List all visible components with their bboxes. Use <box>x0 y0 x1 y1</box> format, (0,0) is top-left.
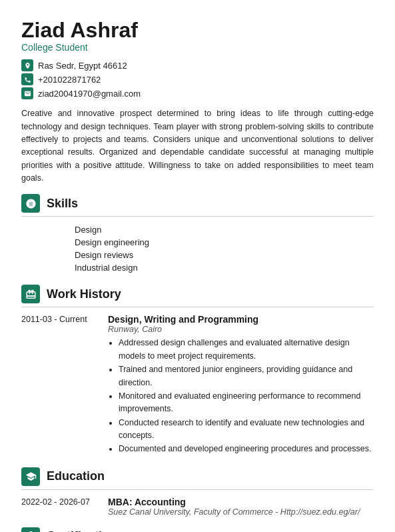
email-icon <box>21 87 33 99</box>
candidate-name: Ziad Ashraf <box>21 19 374 42</box>
work-icon <box>21 285 40 303</box>
work-bullets: Addressed design challenges and evaluate… <box>108 337 374 455</box>
certifications-section: Certifications 2023-01 Certificate in th… <box>21 527 374 532</box>
work-company: Runway, Cairo <box>108 325 374 334</box>
edu-school: Suez Canal University, Faculty of Commer… <box>108 507 374 517</box>
skill-item: Industrial design <box>75 261 374 274</box>
skills-icon <box>21 194 40 213</box>
work-entry: 2011-03 - Current Design, Writing and Pr… <box>21 314 374 456</box>
contact-section: Ras Sedr, Egypt 46612 +201022871762 ziad… <box>21 59 374 99</box>
contact-location: Ras Sedr, Egypt 46612 <box>21 59 374 71</box>
contact-phone-text: +201022871762 <box>38 75 101 85</box>
education-section: Education 2022-02 - 2026-07 MBA: Account… <box>21 467 374 517</box>
skill-item: Design <box>75 223 374 236</box>
skill-item: Design engineering <box>75 236 374 249</box>
education-header: Education <box>21 467 374 490</box>
certifications-icon <box>21 527 40 532</box>
contact-email-text: ziad20041970@gmail.com <box>38 89 141 99</box>
skill-item: Design reviews <box>75 249 374 261</box>
contact-email: ziad20041970@gmail.com <box>21 87 374 99</box>
skills-section: Skills Design Design engineering Design … <box>21 194 374 274</box>
summary-text: Creative and innovative prospect determi… <box>21 107 374 185</box>
work-date: 2011-03 - Current <box>21 314 108 456</box>
skills-title: Skills <box>47 197 78 211</box>
education-title: Education <box>47 469 105 483</box>
edu-degree: MBA: Accounting <box>108 497 374 507</box>
skills-header: Skills <box>21 194 374 217</box>
resume-page: Ziad Ashraf College Student Ras Sedr, Eg… <box>0 0 395 532</box>
candidate-title: College Student <box>21 42 374 53</box>
work-bullet: Documented and developed engineering pro… <box>119 443 374 455</box>
phone-icon <box>21 73 33 85</box>
location-icon <box>21 59 33 71</box>
contact-phone: +201022871762 <box>21 73 374 85</box>
work-bullet: Trained and mentored junior engineers, p… <box>119 363 374 389</box>
work-bullet: Monitored and evaluated engineering perf… <box>119 390 374 416</box>
work-job-title: Design, Writing and Programming <box>108 314 374 325</box>
work-details: Design, Writing and Programming Runway, … <box>108 314 374 456</box>
education-icon <box>21 467 40 486</box>
edu-details: MBA: Accounting Suez Canal University, F… <box>108 497 374 517</box>
edu-entry: 2022-02 - 2026-07 MBA: Accounting Suez C… <box>21 497 374 517</box>
certifications-header: Certifications <box>21 527 374 532</box>
certifications-title: Certifications <box>47 529 123 532</box>
work-bullet: Addressed design challenges and evaluate… <box>119 337 374 363</box>
work-bullet: Conducted research to identify and evalu… <box>119 417 374 443</box>
header: Ziad Ashraf College Student <box>21 19 374 53</box>
work-history-title: Work History <box>47 287 121 301</box>
edu-date: 2022-02 - 2026-07 <box>21 497 108 517</box>
work-history-section: Work History 2011-03 - Current Design, W… <box>21 285 374 456</box>
work-history-header: Work History <box>21 285 374 307</box>
skills-list: Design Design engineering Design reviews… <box>21 223 374 274</box>
contact-location-text: Ras Sedr, Egypt 46612 <box>38 61 127 71</box>
